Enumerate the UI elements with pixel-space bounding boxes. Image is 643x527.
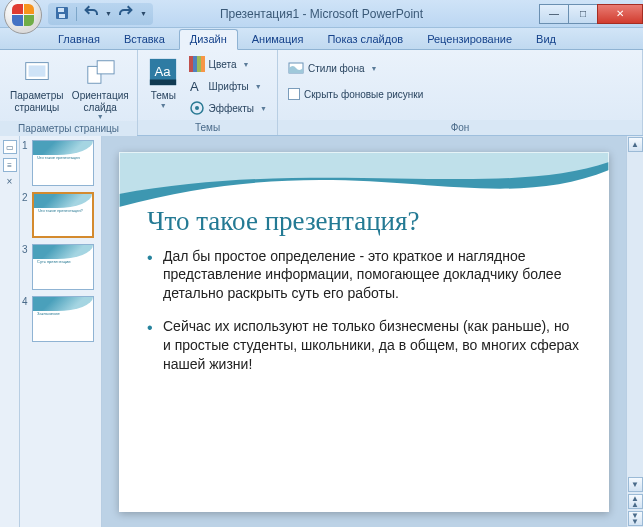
svg-rect-4: [28, 65, 45, 76]
theme-colors-button[interactable]: Цвета ▼: [185, 54, 271, 74]
thumbnail-slide-2[interactable]: Что такое презентация?: [32, 192, 94, 238]
themes-button[interactable]: Aa Темы ▼: [144, 54, 183, 110]
group-background: Стили фона ▼ Скрыть фоновые рисунки Фон: [278, 50, 643, 135]
thumbnail-slide-3[interactable]: Суть презентации: [32, 244, 94, 290]
outline-sidebar: ▭ ≡ ×: [0, 136, 20, 527]
thumbnail-row: 2 Что такое презентация?: [22, 192, 99, 238]
workspace: ▭ ≡ × 1 Что такое презентация 2 Что тако…: [0, 136, 643, 527]
chevron-down-icon: ▼: [242, 61, 249, 68]
redo-icon[interactable]: [118, 5, 134, 23]
svg-rect-11: [193, 56, 197, 72]
theme-fonts-button[interactable]: A Шрифты ▼: [185, 76, 271, 96]
slide-orientation-button[interactable]: Ориентация слайда ▼: [70, 54, 132, 121]
svg-rect-6: [97, 61, 114, 74]
undo-icon[interactable]: [83, 5, 99, 23]
thumbnail-number: 1: [22, 140, 30, 151]
thumbnail-number: 3: [22, 244, 30, 255]
checkbox-icon: [288, 88, 300, 100]
thumbnail-row: 1 Что такое презентация: [22, 140, 99, 186]
chevron-down-icon: ▼: [255, 83, 262, 90]
chevron-down-icon: ▼: [70, 113, 132, 121]
fonts-icon: A: [189, 78, 205, 94]
svg-text:A: A: [190, 79, 199, 94]
undo-dropdown-icon[interactable]: ▼: [105, 10, 112, 17]
page-setup-icon: [21, 56, 53, 88]
group-label-page-setup: Параметры страницы: [0, 121, 137, 136]
page-setup-button[interactable]: Параметры страницы: [6, 54, 68, 113]
svg-rect-9: [150, 80, 176, 86]
tab-slideshow[interactable]: Показ слайдов: [317, 30, 413, 49]
background-styles-button[interactable]: Стили фона ▼: [284, 58, 381, 78]
scroll-down-icon[interactable]: ▼: [628, 477, 643, 492]
svg-rect-13: [201, 56, 205, 72]
theme-effects-button[interactable]: Эффекты ▼: [185, 98, 271, 118]
thumbnail-row: 3 Суть презентации: [22, 244, 99, 290]
thumbnail-number: 2: [22, 192, 30, 203]
outline-tab-icon[interactable]: ≡: [3, 158, 17, 172]
maximize-button[interactable]: □: [568, 4, 598, 24]
svg-rect-10: [189, 56, 193, 72]
hide-background-graphics-checkbox[interactable]: Скрыть фоновые рисунки: [284, 86, 427, 102]
next-slide-icon[interactable]: ▼▼: [628, 511, 643, 526]
svg-point-16: [195, 106, 199, 110]
minimize-button[interactable]: —: [539, 4, 569, 24]
tab-review[interactable]: Рецензирование: [417, 30, 522, 49]
svg-rect-2: [59, 14, 65, 18]
tab-view[interactable]: Вид: [526, 30, 566, 49]
bullet-item[interactable]: Сейчас их используют не только бизнесмен…: [147, 317, 581, 374]
slide-editor[interactable]: Что такое презентация? Дал бы простое оп…: [102, 136, 626, 527]
effects-icon: [189, 100, 205, 116]
background-styles-icon: [288, 60, 304, 76]
save-icon[interactable]: [54, 5, 70, 23]
title-bar: ▼ ▼ Презентация1 - Microsoft PowerPoint …: [0, 0, 643, 28]
orientation-icon: [84, 56, 116, 88]
colors-icon: [189, 56, 205, 72]
group-themes: Aa Темы ▼ Цвета ▼ A Шрифты: [138, 50, 278, 135]
tab-home[interactable]: Главная: [48, 30, 110, 49]
slide-wave-decoration: [119, 152, 609, 230]
chevron-down-icon: ▼: [260, 105, 267, 112]
office-logo-icon: [12, 4, 34, 26]
tab-design[interactable]: Дизайн: [179, 29, 238, 50]
close-pane-icon[interactable]: ×: [7, 176, 13, 187]
slide-thumbnails: 1 Что такое презентация 2 Что такое през…: [20, 136, 102, 527]
ribbon: Параметры страницы Ориентация слайда ▼ П…: [0, 50, 643, 136]
slides-tab-icon[interactable]: ▭: [3, 140, 17, 154]
svg-rect-1: [58, 8, 64, 12]
themes-icon: Aa: [147, 56, 179, 88]
svg-text:Aa: Aa: [155, 64, 172, 79]
svg-rect-12: [197, 56, 201, 72]
tab-animation[interactable]: Анимация: [242, 30, 314, 49]
group-label-background: Фон: [278, 120, 642, 135]
slide-canvas[interactable]: Что такое презентация? Дал бы простое оп…: [119, 152, 609, 512]
close-button[interactable]: ✕: [597, 4, 643, 24]
window-controls: — □ ✕: [540, 4, 643, 24]
thumbnail-slide-4[interactable]: Заключение: [32, 296, 94, 342]
thumbnail-slide-1[interactable]: Что такое презентация: [32, 140, 94, 186]
thumbnail-row: 4 Заключение: [22, 296, 99, 342]
tab-insert[interactable]: Вставка: [114, 30, 175, 49]
window-title: Презентация1 - Microsoft PowerPoint: [220, 7, 423, 21]
group-page-setup: Параметры страницы Ориентация слайда ▼ П…: [0, 50, 138, 135]
thumbnail-number: 4: [22, 296, 30, 307]
chevron-down-icon: ▼: [370, 65, 377, 72]
prev-slide-icon[interactable]: ▲▲: [628, 494, 643, 509]
office-button[interactable]: [4, 0, 42, 34]
qat-dropdown-icon[interactable]: ▼: [140, 10, 147, 17]
quick-access-toolbar: ▼ ▼: [48, 3, 153, 25]
group-label-themes: Темы: [138, 120, 277, 135]
vertical-scrollbar[interactable]: ▲ ▼ ▲▲ ▼▼: [626, 136, 643, 527]
ribbon-tabs: Главная Вставка Дизайн Анимация Показ сл…: [0, 28, 643, 50]
bullet-item[interactable]: Дал бы простое определение - это краткое…: [147, 247, 581, 304]
chevron-down-icon: ▼: [144, 102, 183, 110]
scroll-up-icon[interactable]: ▲: [628, 137, 643, 152]
slide-body[interactable]: Дал бы простое определение - это краткое…: [119, 245, 609, 374]
